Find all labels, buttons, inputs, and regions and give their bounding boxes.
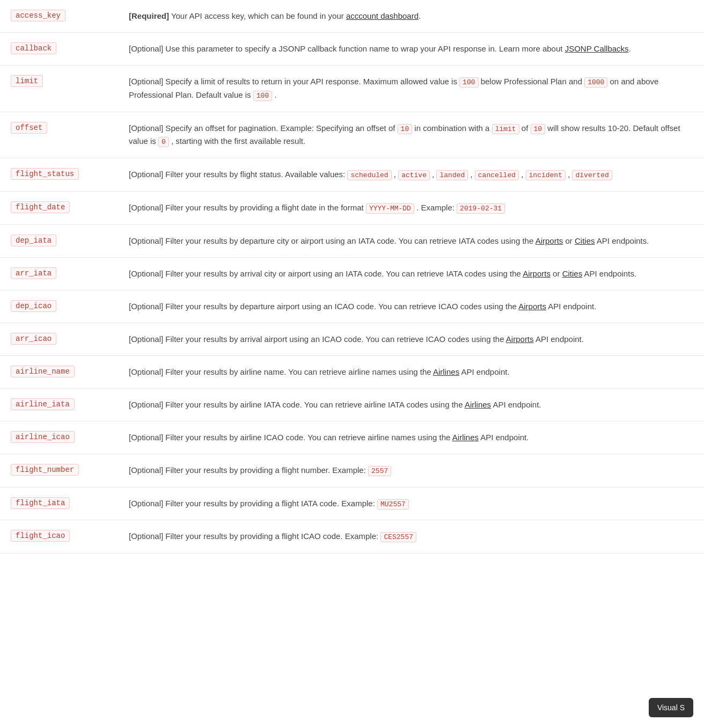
param-description: [Optional] Filter your results by arriva…	[118, 257, 704, 290]
table-row: arr_iata[Optional] Filter your results b…	[0, 257, 704, 290]
table-row: airline_name[Optional] Filter your resul…	[0, 355, 704, 388]
table-row: dep_icao[Optional] Filter your results b…	[0, 290, 704, 323]
table-row: flight_date[Optional] Filter your result…	[0, 191, 704, 224]
param-name: arr_icao	[11, 333, 56, 345]
param-name: dep_icao	[11, 300, 56, 312]
param-description: [Optional] Filter your results by depart…	[118, 224, 704, 257]
table-row: airline_icao[Optional] Filter your resul…	[0, 421, 704, 454]
table-row: offset[Optional] Specify an offset for p…	[0, 112, 704, 158]
param-name: limit	[11, 75, 43, 87]
table-row: airline_iata[Optional] Filter your resul…	[0, 388, 704, 421]
api-params-table: access_key[Required] Your API access key…	[0, 0, 704, 554]
param-description: [Optional] Filter your results by provid…	[118, 520, 704, 554]
param-description: [Optional] Specify an offset for paginat…	[118, 112, 704, 158]
table-row: flight_iata[Optional] Filter your result…	[0, 487, 704, 520]
table-row: callback[Optional] Use this parameter to…	[0, 33, 704, 65]
param-description: [Optional] Filter your results by provid…	[118, 487, 704, 520]
table-row: access_key[Required] Your API access key…	[0, 0, 704, 33]
param-name: airline_iata	[11, 398, 75, 410]
param-name: flight_status	[11, 168, 79, 180]
table-row: arr_icao[Optional] Filter your results b…	[0, 323, 704, 355]
param-description: [Required] Your API access key, which ca…	[118, 0, 704, 33]
param-name: airline_name	[11, 366, 75, 377]
param-name: callback	[11, 42, 56, 54]
param-description: [Optional] Specify a limit of results to…	[118, 65, 704, 112]
param-name: airline_icao	[11, 431, 75, 443]
param-description: [Optional] Filter your results by airlin…	[118, 421, 704, 454]
param-description: [Optional] Filter your results by provid…	[118, 191, 704, 224]
param-description: [Optional] Filter your results by depart…	[118, 290, 704, 323]
param-description: [Optional] Filter your results by arriva…	[118, 323, 704, 355]
param-name: flight_icao	[11, 530, 70, 542]
param-name: dep_iata	[11, 235, 56, 246]
table-row: limit[Optional] Specify a limit of resul…	[0, 65, 704, 112]
param-description: [Optional] Filter your results by flight…	[118, 158, 704, 192]
param-name: flight_iata	[11, 497, 70, 509]
table-row: flight_icao[Optional] Filter your result…	[0, 520, 704, 554]
param-description: [Optional] Filter your results by airlin…	[118, 355, 704, 388]
table-row: dep_iata[Optional] Filter your results b…	[0, 224, 704, 257]
param-name: offset	[11, 122, 47, 134]
param-name: flight_date	[11, 201, 70, 213]
table-row: flight_number[Optional] Filter your resu…	[0, 454, 704, 487]
param-name: arr_iata	[11, 267, 56, 279]
param-name: access_key	[11, 10, 65, 21]
table-row: flight_status[Optional] Filter your resu…	[0, 158, 704, 192]
param-description: [Optional] Use this parameter to specify…	[118, 33, 704, 65]
param-description: [Optional] Filter your results by airlin…	[118, 388, 704, 421]
param-description: [Optional] Filter your results by provid…	[118, 454, 704, 487]
param-name: flight_number	[11, 464, 79, 476]
